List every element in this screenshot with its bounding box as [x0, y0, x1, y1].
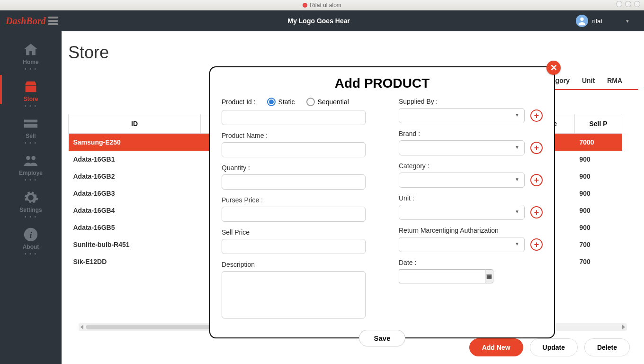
sidebar-item-home[interactable]: Home [0, 38, 62, 67]
close-button[interactable]: ✕ [546, 61, 561, 75]
radio-dot-icon [306, 98, 315, 106]
quantity-label: Quantity : [222, 164, 366, 172]
sell-card-icon [22, 116, 40, 132]
sidebar-item-label: Home [23, 59, 38, 65]
modal-left-column: Product Id : Static Sequential [222, 98, 366, 327]
description-label: Description [222, 261, 366, 268]
sell-price-input[interactable] [222, 239, 366, 254]
app-header: DashBord My Logo Goes Hear rifat ▼ [0, 10, 644, 31]
divider-dots: • • • [0, 68, 62, 73]
supplied-by-label: Supplied By : [399, 98, 543, 105]
add-category-button[interactable]: + [530, 174, 543, 186]
save-button[interactable]: Save [359, 330, 405, 346]
sidebar-item-about[interactable]: i About [0, 223, 62, 252]
plus-icon: + [534, 208, 539, 218]
sidebar-item-label: About [23, 244, 39, 250]
add-rma-button[interactable]: + [530, 238, 543, 251]
sidebar-item-sell[interactable]: Sell [0, 112, 62, 141]
home-icon [22, 42, 40, 58]
avatar [576, 15, 588, 27]
os-title: Rifat ul alom [310, 2, 341, 9]
sidebar-item-label: Store [24, 96, 38, 102]
svg-text:i: i [29, 229, 32, 240]
add-product-modal: ✕ Add PRODUCT Product Id : Static [209, 66, 555, 338]
svg-point-2 [31, 156, 36, 160]
chevron-down-icon: ▼ [625, 18, 630, 24]
os-maximize-button[interactable] [625, 1, 631, 7]
calendar-icon [486, 273, 492, 280]
radio-static[interactable]: Static [267, 98, 295, 106]
rma-select[interactable] [399, 237, 525, 252]
add-unit-button[interactable]: + [530, 206, 543, 218]
svg-point-0 [581, 18, 584, 21]
divider-dots: • • • [0, 253, 62, 258]
sidebar-item-label: Sell [26, 133, 36, 139]
sell-price-label: Sell Price [222, 228, 366, 236]
divider-dots: • • • [0, 216, 62, 221]
os-titlebar: Rifat ul alom [0, 0, 644, 10]
date-label: Date : [399, 259, 543, 266]
product-name-label: Product Name : [222, 132, 366, 139]
plus-icon: + [534, 175, 539, 185]
product-name-input[interactable] [222, 142, 366, 157]
user-menu[interactable]: rifat ▼ [576, 15, 644, 27]
unit-label: Unit : [399, 194, 543, 202]
description-input[interactable] [222, 271, 366, 318]
supplied-by-select[interactable] [399, 108, 525, 123]
app-indicator-icon [303, 3, 307, 8]
unit-select[interactable] [399, 205, 525, 220]
sidebar-item-settings[interactable]: Settings [0, 186, 62, 215]
brand-logo: DashBord [6, 16, 45, 27]
os-close-button[interactable] [634, 1, 640, 7]
rma-label: Return Marcentiging Autharization [399, 227, 543, 234]
os-window-controls [616, 1, 640, 7]
svg-point-1 [26, 156, 30, 160]
category-label: Category : [399, 162, 543, 170]
divider-dots: • • • [0, 179, 62, 184]
main-content: Store Brands Category Unit RMA ID gory P… [62, 31, 644, 364]
purses-price-label: Purses Price : [222, 196, 366, 204]
radio-dot-icon [267, 98, 276, 106]
os-minimize-button[interactable] [616, 1, 622, 7]
modal-title: Add PRODUCT [222, 76, 543, 91]
plus-icon: + [534, 240, 539, 250]
add-supplier-button[interactable]: + [530, 109, 543, 122]
modal-overlay: ✕ Add PRODUCT Product Id : Static [62, 31, 644, 364]
plus-icon: + [534, 143, 539, 153]
product-id-label: Product Id : [222, 98, 256, 106]
svg-rect-6 [487, 274, 492, 275]
sidebar-item-store[interactable]: Store [0, 75, 62, 104]
divider-dots: • • • [0, 105, 62, 110]
sidebar-item-label: Settings [19, 207, 42, 213]
radio-sequential[interactable]: Sequential [306, 98, 349, 106]
add-brand-button[interactable]: + [530, 142, 543, 154]
gear-icon [22, 190, 40, 206]
sidebar-item-employe[interactable]: Employe [0, 149, 62, 178]
brand-select[interactable] [399, 140, 525, 155]
date-picker-button[interactable] [485, 269, 493, 283]
purses-price-input[interactable] [222, 207, 366, 222]
info-icon: i [22, 227, 40, 243]
sidebar-item-label: Employe [19, 170, 43, 176]
product-id-input[interactable] [222, 110, 366, 125]
divider-dots: • • • [0, 142, 62, 147]
menu-toggle-icon[interactable] [48, 17, 58, 25]
plus-icon: + [534, 111, 539, 121]
brand-label: Brand : [399, 130, 543, 137]
store-cart-icon [22, 79, 40, 95]
category-select[interactable] [399, 173, 525, 188]
quantity-input[interactable] [222, 174, 366, 190]
date-input[interactable] [399, 269, 485, 283]
modal-right-column: Supplied By : + Brand : + [399, 98, 543, 327]
username: rifat [592, 18, 602, 25]
close-icon: ✕ [550, 63, 557, 73]
sidebar: Home • • • Store • • • Sell • • • Employ… [0, 31, 62, 364]
header-title: My Logo Goes Hear [62, 17, 576, 25]
people-icon [22, 153, 40, 169]
